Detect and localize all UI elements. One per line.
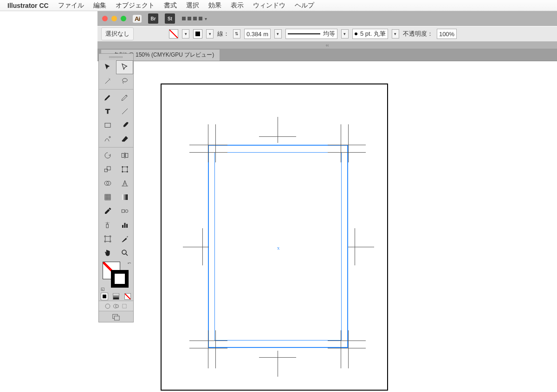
svg-rect-16 — [122, 210, 124, 212]
svg-point-24 — [105, 304, 110, 308]
blend-tool[interactable] — [116, 204, 133, 218]
svg-point-9 — [127, 167, 128, 167]
direct-selection-tool[interactable] — [116, 60, 133, 74]
line-sample-icon — [288, 33, 320, 34]
svg-rect-21 — [126, 224, 128, 228]
reflect-tool[interactable] — [116, 148, 133, 162]
brush-dot-icon — [355, 32, 357, 35]
selection-indicator[interactable]: 選択なし — [101, 27, 134, 40]
swap-fill-stroke-icon[interactable]: ⤺ — [128, 261, 131, 265]
svg-rect-19 — [122, 225, 123, 228]
workspace-switcher[interactable]: ▾ — [181, 16, 207, 21]
control-bar: 選択なし ▾ ▾ 線： ⇅ 0.384 m ▾ 均等 ▾ 5 pt. 丸筆 ▾ … — [97, 26, 557, 42]
app-name[interactable]: Illustrator CC — [7, 2, 49, 9]
eyedropper-tool[interactable] — [99, 204, 116, 218]
svg-rect-20 — [124, 223, 125, 228]
svg-point-0 — [122, 78, 127, 82]
stroke-profile-field[interactable]: 均等 — [285, 29, 337, 39]
color-mode-none[interactable] — [122, 292, 133, 301]
opacity-label: 不透明度： — [403, 30, 433, 38]
type-tool[interactable] — [99, 104, 116, 118]
draw-mode-row — [99, 301, 133, 311]
draw-behind-icon[interactable] — [113, 303, 119, 309]
draw-normal-icon[interactable] — [104, 303, 111, 309]
canvas[interactable]: x — [134, 64, 557, 392]
color-mode-solid[interactable] — [99, 292, 110, 301]
svg-point-17 — [125, 210, 128, 212]
line-segment-tool[interactable] — [116, 104, 133, 118]
menu-file[interactable]: ファイル — [54, 1, 88, 10]
stroke-weight-stepper[interactable]: ⇅ — [233, 29, 240, 39]
column-graph-tool[interactable] — [116, 218, 133, 232]
selection-tool[interactable] — [99, 60, 116, 74]
panel-collapse-button[interactable]: ‹‹ — [97, 42, 557, 49]
window-titlebar: Ai Br St ▾ — [97, 11, 557, 26]
document-tab-bar: × 名刺* @ 150% (CMYK/GPU プレビュー) — [97, 49, 557, 61]
tools-panel: ⤺ ◱ — [98, 53, 134, 322]
stroke-weight-dropdown[interactable]: ▾ — [274, 29, 282, 39]
menu-view[interactable]: 表示 — [227, 1, 247, 10]
scale-tool[interactable] — [99, 162, 116, 176]
zoom-window-button[interactable] — [121, 16, 126, 21]
svg-point-11 — [127, 171, 128, 172]
reg-mark-bottom — [259, 344, 296, 377]
hand-tool[interactable] — [99, 246, 116, 260]
color-mode-row — [99, 292, 133, 301]
symbol-sprayer-tool[interactable] — [99, 218, 116, 232]
perspective-grid-tool[interactable] — [116, 176, 133, 190]
stroke-color-swatch[interactable] — [111, 270, 129, 288]
zoom-tool[interactable] — [116, 246, 133, 260]
svg-rect-3 — [122, 154, 124, 158]
mesh-tool[interactable] — [99, 190, 116, 204]
slice-tool[interactable] — [116, 232, 133, 246]
stroke-profile-dropdown[interactable]: ▾ — [341, 29, 349, 39]
screen-mode-icon[interactable] — [112, 313, 120, 321]
menu-help[interactable]: ヘルプ — [291, 1, 318, 10]
color-mode-gradient[interactable] — [110, 292, 122, 301]
curvature-tool[interactable] — [116, 90, 133, 104]
paintbrush-tool[interactable] — [116, 118, 133, 132]
fill-swatch[interactable] — [169, 29, 178, 39]
gradient-tool[interactable] — [116, 190, 133, 204]
pen-tool[interactable] — [99, 90, 116, 104]
uniform-label: 均等 — [323, 30, 335, 38]
stroke-swatch[interactable] — [193, 29, 202, 39]
free-transform-tool[interactable] — [116, 162, 133, 176]
artboard-tool[interactable] — [99, 232, 116, 246]
magic-wand-tool[interactable] — [99, 74, 116, 88]
opacity-field[interactable]: 100% — [437, 29, 457, 39]
svg-point-10 — [122, 171, 123, 172]
svg-rect-15 — [122, 194, 128, 200]
menu-select[interactable]: 選択 — [182, 1, 203, 10]
lasso-tool[interactable] — [116, 74, 133, 88]
artboard[interactable]: x — [161, 84, 388, 391]
eraser-tool[interactable] — [116, 132, 133, 146]
menu-window[interactable]: ウィンドウ — [249, 1, 289, 10]
close-window-button[interactable] — [102, 16, 108, 21]
default-fill-stroke-icon[interactable]: ◱ — [101, 287, 105, 291]
menu-effect[interactable]: 効果 — [205, 1, 225, 10]
stroke-weight-field[interactable]: 0.384 m — [244, 29, 271, 39]
shape-builder-tool[interactable] — [99, 176, 116, 190]
arrange-documents-icon — [181, 16, 203, 21]
fill-dropdown[interactable]: ▾ — [182, 29, 189, 39]
svg-rect-29 — [114, 316, 119, 320]
stroke-dropdown[interactable]: ▾ — [206, 29, 214, 39]
minimize-window-button[interactable] — [111, 16, 117, 21]
bridge-icon[interactable]: Br — [148, 13, 158, 24]
panel-grip[interactable] — [99, 54, 133, 60]
rectangle-tool[interactable] — [99, 118, 116, 132]
brush-field[interactable]: 5 pt. 丸筆 — [352, 29, 388, 39]
rotate-tool[interactable] — [99, 148, 116, 162]
svg-rect-7 — [122, 167, 127, 172]
svg-point-2 — [109, 136, 110, 138]
illustrator-logo-icon: Ai — [133, 15, 142, 23]
menu-object[interactable]: オブジェクト — [112, 1, 158, 10]
menu-edit[interactable]: 編集 — [90, 1, 110, 10]
menu-type[interactable]: 書式 — [160, 1, 181, 10]
brush-dropdown[interactable]: ▾ — [392, 29, 399, 39]
shaper-tool[interactable] — [99, 132, 116, 146]
screen-mode-section — [99, 311, 133, 322]
draw-inside-icon[interactable] — [121, 303, 128, 309]
stock-icon[interactable]: St — [165, 13, 175, 24]
